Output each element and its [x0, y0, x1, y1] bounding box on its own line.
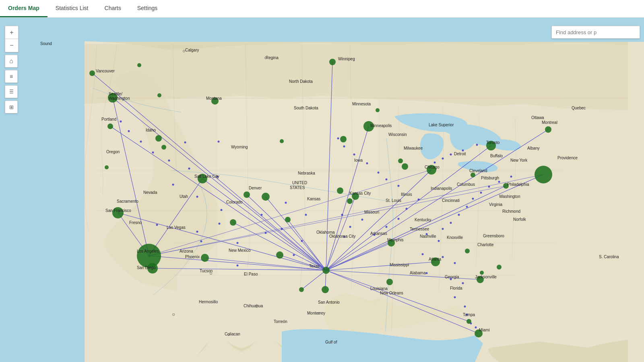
svg-point-108	[535, 166, 552, 183]
svg-text:Fresno: Fresno	[129, 220, 142, 225]
svg-point-125	[322, 267, 330, 274]
svg-point-68	[510, 176, 512, 178]
svg-point-74	[462, 282, 464, 284]
svg-text:Iowa: Iowa	[354, 158, 363, 162]
svg-text:Hermosillo: Hermosillo	[199, 300, 218, 304]
svg-text:Arizona: Arizona	[180, 249, 193, 253]
svg-text:Louisiana: Louisiana	[370, 286, 388, 291]
svg-text:Quebec: Quebec	[572, 106, 586, 110]
svg-point-45	[293, 254, 295, 256]
list-icon: ≡	[10, 73, 13, 80]
svg-text:Providence: Providence	[557, 156, 578, 160]
map-container[interactable]: Calgary Regina Winnipeg Sound Vancouver …	[0, 18, 644, 362]
svg-text:STATES: STATES	[290, 185, 305, 190]
home-button[interactable]: ⌂	[5, 55, 18, 68]
tab-charts[interactable]: Charts	[97, 0, 129, 17]
svg-point-85	[172, 184, 174, 186]
svg-text:Greensboro: Greensboro	[483, 234, 504, 238]
svg-text:Miami: Miami	[479, 328, 490, 332]
svg-point-81	[196, 231, 198, 233]
svg-point-52	[341, 214, 343, 216]
svg-text:Las Vegas: Las Vegas	[167, 225, 186, 230]
svg-point-140	[280, 139, 284, 143]
svg-text:Seattle/: Seattle/	[109, 92, 122, 96]
zoom-out-button[interactable]: −	[5, 39, 18, 52]
svg-text:Alabama: Alabama	[410, 271, 426, 275]
search-input[interactable]	[551, 26, 640, 39]
svg-point-69	[422, 253, 424, 255]
svg-text:Culiacan: Culiacan	[225, 332, 240, 336]
svg-point-72	[426, 272, 428, 274]
svg-point-139	[105, 165, 109, 169]
svg-text:Cincinnati: Cincinnati	[442, 198, 460, 203]
svg-text:Atlanta: Atlanta	[429, 257, 442, 261]
svg-point-153	[480, 271, 484, 275]
svg-text:Richmond: Richmond	[502, 209, 520, 214]
grid-button[interactable]: ⊞	[5, 101, 18, 113]
list-button[interactable]: ≡	[5, 70, 18, 83]
tab-orders-map[interactable]: Orders Map	[0, 0, 47, 17]
svg-point-71	[454, 262, 456, 264]
svg-text:Montreal: Montreal	[542, 120, 557, 125]
svg-point-95	[398, 185, 400, 187]
svg-point-133	[137, 63, 141, 67]
svg-point-104	[450, 154, 452, 156]
grid-icon: ⊞	[9, 104, 14, 110]
home-icon: ⌂	[9, 58, 13, 65]
svg-point-64	[472, 198, 474, 200]
map-toolbar: + − ⌂ ≡ ☰ ⊞	[5, 26, 19, 113]
svg-text:Philadelphia: Philadelphia	[507, 182, 529, 187]
svg-point-62	[458, 214, 460, 216]
svg-point-93	[218, 141, 220, 143]
svg-point-152	[497, 265, 502, 269]
svg-point-70	[442, 256, 444, 258]
svg-point-147	[337, 187, 343, 194]
svg-point-90	[140, 141, 142, 143]
svg-point-130	[466, 319, 471, 324]
svg-text:Nebraska: Nebraska	[298, 171, 315, 175]
svg-text:Salt Lake City: Salt Lake City	[194, 174, 219, 179]
zoom-in-button[interactable]: +	[5, 26, 18, 39]
svg-text:Cleveland: Cleveland	[469, 169, 487, 173]
svg-text:Nashville: Nashville	[420, 234, 436, 239]
svg-point-47	[285, 202, 287, 204]
svg-text:Kentucky: Kentucky	[415, 218, 431, 222]
tab-bar: Orders Map Statistics List Charts Settin…	[0, 0, 644, 18]
svg-point-87	[188, 168, 190, 170]
svg-text:Florida: Florida	[450, 286, 462, 290]
svg-point-106	[476, 144, 478, 146]
menu-button[interactable]: ☰	[5, 85, 18, 98]
map-background: Calgary Regina Winnipeg Sound Vancouver …	[0, 18, 644, 362]
svg-point-136	[376, 108, 380, 112]
svg-text:Indianapolis: Indianapolis	[431, 186, 452, 191]
tab-settings[interactable]: Settings	[129, 0, 166, 17]
svg-point-127	[402, 163, 408, 170]
svg-text:Wyoming: Wyoming	[231, 145, 248, 149]
svg-text:El Paso: El Paso	[244, 272, 258, 276]
svg-point-56	[406, 208, 408, 210]
svg-text:Mississippi: Mississippi	[390, 263, 409, 267]
svg-point-89	[152, 152, 154, 154]
svg-point-76	[464, 306, 466, 308]
svg-point-116	[329, 59, 336, 65]
svg-point-83	[221, 209, 223, 211]
svg-text:Chicago: Chicago	[425, 165, 440, 169]
svg-point-65	[480, 192, 482, 194]
svg-text:S. Carolina: S. Carolina	[599, 255, 619, 259]
svg-text:Memphis: Memphis	[387, 238, 404, 242]
svg-text:Milwaukee: Milwaukee	[404, 146, 423, 150]
svg-point-118	[545, 126, 551, 133]
svg-point-60	[442, 228, 444, 230]
svg-text:Kansas City: Kansas City	[349, 191, 371, 195]
menu-icon: ☰	[9, 89, 14, 95]
svg-point-40	[200, 241, 202, 243]
svg-text:Georgia: Georgia	[445, 275, 459, 279]
svg-point-126	[322, 286, 329, 293]
tab-statistics-list[interactable]: Statistics List	[47, 0, 97, 17]
svg-point-79	[475, 327, 477, 329]
svg-point-84	[196, 196, 198, 198]
svg-text:Virginia: Virginia	[489, 202, 503, 207]
svg-point-88	[168, 160, 170, 162]
svg-point-149	[465, 249, 470, 253]
svg-point-61	[450, 222, 452, 224]
